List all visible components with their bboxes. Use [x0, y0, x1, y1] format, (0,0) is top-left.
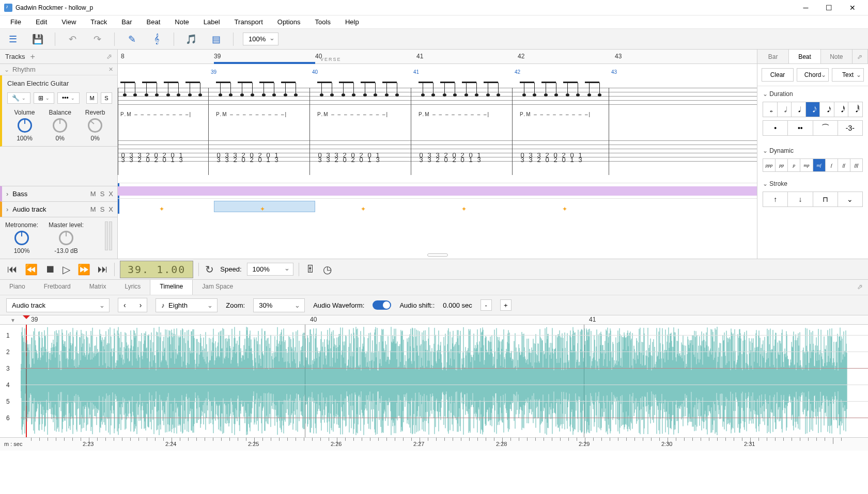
stroke-down[interactable]: ↓ [788, 192, 813, 206]
bar-ruler[interactable]: 8 39 40 41 42 43 VERSE [118, 50, 757, 64]
tab-note[interactable]: Note [821, 50, 853, 63]
stroke-pick[interactable]: ⊓ [813, 192, 838, 206]
notation-area[interactable]: 39 40 41 42 43 P.M – – – – – – – – –|033… [118, 64, 757, 183]
metronome-icon[interactable]: 🎚 [304, 262, 317, 276]
score-area[interactable]: 8 39 40 41 42 43 VERSE 39 40 41 42 43 [118, 50, 757, 259]
save-icon[interactable]: 💾 [30, 31, 45, 47]
tracks-expand-icon[interactable]: ⬀ [106, 53, 112, 60]
waveform-area[interactable]: ▼ 39 40 41 123456 m : sec 2:232:242:252:… [0, 315, 868, 460]
mute-button[interactable]: M [86, 92, 98, 104]
text-button[interactable]: Text [832, 68, 864, 82]
tool-wrench[interactable]: 🔧 [7, 92, 30, 104]
tab-piano[interactable]: Piano [0, 280, 35, 295]
menu-beat[interactable]: Beat [141, 17, 167, 27]
close-icon[interactable]: ✕ [109, 66, 113, 73]
window-title: Gadwin Rockmer - hollow_p [16, 4, 794, 11]
forward-end-button[interactable]: ⏭ [97, 262, 109, 276]
tab-jamspace[interactable]: Jam Space [193, 280, 242, 295]
track-select[interactable]: Audio track [6, 298, 110, 312]
menu-icon[interactable]: ☰ [5, 31, 21, 47]
dynamic-grid: ppp pp p mp mf f ff fff [763, 158, 863, 172]
duration-grid: 𝅝 𝅗𝅥 𝅘𝅥 𝅘𝅥𝅮 𝅘𝅥𝅯 𝅘𝅥𝅰 𝅘𝅥𝅱 [763, 102, 863, 117]
tab-bar[interactable]: Bar [757, 50, 789, 63]
loop-button[interactable]: ↻ [204, 262, 215, 277]
tab-timeline[interactable]: Timeline [150, 280, 193, 295]
menu-tools[interactable]: Tools [309, 17, 337, 27]
edit-icon[interactable]: ✎ [124, 31, 140, 47]
minimize-button[interactable]: ─ [794, 0, 817, 15]
menu-file[interactable]: File [4, 17, 27, 27]
dur-32nd[interactable]: 𝅘𝅥𝅰 [834, 102, 849, 117]
clear-button[interactable]: Clear [762, 68, 794, 82]
dur-eighth[interactable]: 𝅘𝅥𝅮 [806, 102, 820, 117]
drag-handle[interactable] [427, 253, 448, 257]
menu-label[interactable]: Label [197, 17, 226, 27]
rewind-button[interactable]: ⏪ [24, 262, 39, 277]
reverb-knob[interactable] [88, 118, 102, 133]
play-button[interactable]: ▷ [61, 262, 71, 277]
expand-icon[interactable]: ⬀ [853, 50, 868, 63]
shift-plus[interactable]: + [500, 299, 512, 311]
menu-options[interactable]: Options [271, 17, 307, 27]
master-knob[interactable] [59, 231, 73, 245]
solo-button[interactable]: S [101, 92, 112, 104]
track-bass[interactable]: ›Bass MSX [0, 186, 117, 201]
dur-64th[interactable]: 𝅘𝅥𝅱 [848, 102, 862, 117]
bass-strip[interactable] [118, 183, 757, 198]
playhead-marker[interactable]: ▼ [10, 317, 16, 323]
timeline-controls: Audio track ‹ › ♪ Eighth Zoom: 30% Audio… [0, 295, 868, 315]
menu-transport[interactable]: Transport [228, 17, 269, 27]
volume-knob[interactable] [18, 118, 32, 133]
add-track-button[interactable]: + [30, 52, 35, 61]
menu-help[interactable]: Help [339, 17, 365, 27]
waveform-switch[interactable] [373, 300, 391, 310]
tab-matrix[interactable]: Matrix [80, 280, 116, 295]
stroke-up[interactable]: ↑ [763, 192, 788, 206]
tab-lyrics[interactable]: Lyrics [115, 280, 150, 295]
metronome-knob[interactable] [14, 231, 29, 245]
track-rhythm-collapsed[interactable]: Rhythm ✕ [0, 64, 117, 75]
dur-doubledot[interactable]: •• [788, 121, 813, 135]
menu-note[interactable]: Note [168, 17, 195, 27]
tab-beat[interactable]: Beat [789, 50, 820, 63]
close-button[interactable]: ✕ [841, 0, 864, 15]
dur-quarter[interactable]: 𝅘𝅥 [792, 102, 806, 117]
menu-track[interactable]: Track [84, 17, 113, 27]
next-button[interactable]: › [134, 298, 147, 312]
track-audio[interactable]: ›Audio track MSX [0, 201, 117, 217]
redo-icon[interactable]: ↷ [89, 31, 105, 47]
score-icon[interactable]: 🎵 [183, 31, 199, 47]
dur-triplet[interactable]: -3- [838, 121, 862, 135]
tool-stack[interactable]: ⊞ [34, 92, 54, 104]
dur-whole[interactable]: 𝅝 [763, 102, 778, 117]
shift-minus[interactable]: - [481, 299, 492, 311]
rewind-start-button[interactable]: ⏮ [6, 262, 19, 276]
forward-button[interactable]: ⏩ [76, 262, 91, 277]
chord-button[interactable]: Chord [797, 68, 829, 82]
dur-tie[interactable]: ⁀ [813, 121, 838, 135]
clef-icon[interactable]: 𝄞 [149, 31, 164, 47]
time-display: 39. 1.00 [120, 261, 193, 278]
dur-half[interactable]: 𝅗𝅥 [778, 102, 792, 117]
menu-bar[interactable]: Bar [115, 17, 138, 27]
dur-16th[interactable]: 𝅘𝅥𝅯 [820, 102, 834, 117]
audio-strip[interactable] [118, 198, 757, 214]
maximize-button[interactable]: ☐ [817, 0, 841, 15]
stop-button[interactable]: ⏹ [44, 262, 56, 276]
expand-icon[interactable]: ⬀ [852, 280, 868, 295]
tab-fretboard[interactable]: Fretboard [35, 280, 80, 295]
countdown-icon[interactable]: ◷ [322, 262, 333, 277]
stroke-more[interactable]: ⌄ [838, 192, 862, 206]
dur-dot[interactable]: • [763, 121, 788, 135]
balance-knob[interactable] [53, 118, 67, 133]
prev-button[interactable]: ‹ [118, 298, 131, 312]
menu-view[interactable]: View [55, 17, 82, 27]
zoom-select[interactable]: 30% [253, 298, 305, 312]
menu-edit[interactable]: Edit [29, 17, 53, 27]
tool-more[interactable]: ••• [57, 92, 80, 104]
note-select[interactable]: ♪ Eighth [156, 298, 218, 312]
page-icon[interactable]: ▤ [208, 31, 224, 47]
undo-icon[interactable]: ↶ [65, 31, 80, 47]
zoom-select[interactable]: 100% [243, 33, 278, 45]
speed-select[interactable]: 100% [247, 263, 293, 276]
